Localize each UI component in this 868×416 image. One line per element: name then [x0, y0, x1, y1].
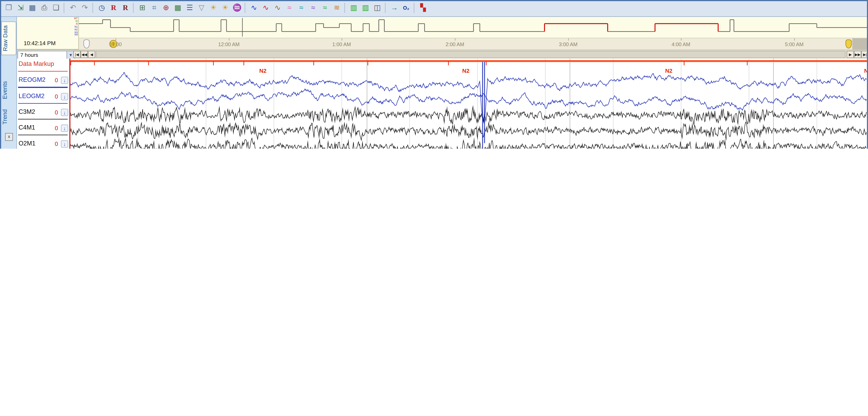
- arrow-segment-icon[interactable]: →: [389, 2, 400, 14]
- scrollbar-track[interactable]: [96, 51, 845, 58]
- channel-label: O2M1: [19, 140, 35, 147]
- wave-teal-icon[interactable]: ≈: [296, 2, 307, 14]
- overview-range-value: 7 hours: [20, 52, 38, 58]
- wave-blue-icon[interactable]: ∿: [248, 2, 259, 14]
- channel-label: REOGM2: [19, 76, 45, 83]
- sleep-stage-label: N2: [259, 68, 267, 74]
- hour-tick: [455, 38, 456, 40]
- filter-icon[interactable]: ▽: [196, 2, 207, 14]
- channel-scale-icon[interactable]: ↓: [61, 93, 68, 100]
- channel-underline: [18, 71, 68, 72]
- target-icon[interactable]: ⊕: [161, 2, 171, 14]
- toolbar: ❐⇲▦⎙❏↶↷◷RR⊞⌗⊕▦☰▽☀☀♒∿∿∿≈≈≈≈≋▥▥◫→O₂▚: [0, 0, 868, 17]
- toolbar-separator: [245, 3, 245, 13]
- copy-icon[interactable]: ❏: [51, 2, 61, 14]
- toolbar-separator: [385, 3, 385, 13]
- clock-icon[interactable]: ◷: [96, 2, 107, 14]
- overview-left-panel: MTWRN1N2N3N4 10:42:14 PM: [17, 17, 79, 50]
- spike-red-icon[interactable]: ▚: [418, 2, 429, 14]
- channel-label: LEOGM2: [19, 92, 44, 99]
- stage-axis-label: N4: [74, 34, 78, 37]
- montage-icon[interactable]: ☰: [184, 2, 195, 14]
- burst-icon[interactable]: ◫: [372, 2, 383, 14]
- nav-next-button[interactable]: ▶: [847, 51, 854, 58]
- channel-row-o2m1[interactable]: O2M10↓: [17, 138, 69, 149]
- hour-label: 12:00 AM: [218, 42, 240, 47]
- channel-label: Data Markup: [19, 60, 54, 67]
- workspace-tab-label[interactable]: DIAGNOSTIC: [1, 142, 15, 149]
- signal-icon[interactable]: ♒: [232, 2, 243, 14]
- wave-violet-icon[interactable]: ≈: [308, 2, 318, 14]
- import-data-icon[interactable]: ⇲: [15, 2, 26, 14]
- sleep-stage-label: N2: [864, 68, 867, 74]
- print-icon[interactable]: ⎙: [39, 2, 50, 14]
- hour-tick: [229, 38, 229, 40]
- channel-row-c4m1[interactable]: C4M10↓: [17, 122, 69, 138]
- slider-start-pin-icon[interactable]: [84, 39, 90, 49]
- waveform-area[interactable]: S Arousal10.0 seconds&*Arousal7.0 second…: [70, 59, 867, 149]
- nav-prev-button[interactable]: ◀: [88, 51, 95, 58]
- hour-label: 4:00 AM: [672, 42, 690, 47]
- wave-pink-icon[interactable]: ≈: [284, 2, 295, 14]
- channel-row-reogm2[interactable]: REOGM20↓: [17, 74, 69, 91]
- slider-end-pin-icon[interactable]: [846, 39, 852, 49]
- hypnogram-canvas[interactable]: [79, 17, 868, 38]
- nav-first-button[interactable]: |◀: [73, 51, 81, 58]
- report-alt-icon[interactable]: R: [120, 2, 131, 14]
- close-workspace-button[interactable]: x: [5, 133, 13, 141]
- wave-brown-icon[interactable]: ∿: [272, 2, 283, 14]
- report-icon[interactable]: R: [108, 2, 119, 14]
- wave-green-icon[interactable]: ≈: [320, 2, 330, 14]
- wave-red-icon[interactable]: ∿: [260, 2, 271, 14]
- hour-tick: [681, 38, 682, 40]
- overview-nav-row: 7 hours ▼ |◀◀◀◀▶▶▶▶|: [17, 50, 868, 59]
- hour-label: 2:00 AM: [445, 42, 464, 47]
- sleep-stage-label: N2: [665, 68, 672, 74]
- grid-epoch-icon[interactable]: ▥: [348, 2, 359, 14]
- channel-scale-icon[interactable]: ↓: [61, 109, 68, 116]
- lightbulb-alt-icon[interactable]: ☀: [220, 2, 230, 14]
- save-icon[interactable]: ▦: [27, 2, 38, 14]
- hypnogram-strip[interactable]: [79, 17, 868, 38]
- tab-events[interactable]: Events: [1, 78, 15, 102]
- hour-tick: [342, 38, 342, 40]
- channel-scale-icon[interactable]: ↓: [61, 125, 68, 132]
- lightbulb-icon[interactable]: ☀: [208, 2, 219, 14]
- channel-underline: [18, 87, 68, 88]
- nav-next-page-button[interactable]: ▶▶: [854, 51, 861, 58]
- sleep-stage-label: N2: [462, 68, 470, 74]
- tab-raw-data[interactable]: Raw Data: [1, 21, 17, 55]
- left-tab-strip: Raw DataEventsTrendxDIAGNOSTIC: [0, 17, 17, 149]
- channel-row-leogm2[interactable]: LEOGM20↓: [17, 91, 69, 106]
- recording-start-time: 10:42:14 PM: [24, 40, 56, 46]
- toolbar-separator: [414, 3, 414, 13]
- channel-underline: [18, 119, 68, 120]
- channel-underline: [18, 135, 68, 135]
- o2-icon[interactable]: O₂: [401, 2, 411, 14]
- channel-row-c3m2[interactable]: C3M20↓: [17, 106, 69, 122]
- open-record-icon[interactable]: ❐: [3, 2, 14, 14]
- channel-value: 0: [55, 77, 58, 84]
- toolbar-separator: [133, 3, 134, 13]
- hour-label: 3:00 AM: [559, 42, 578, 47]
- channel-scale-icon[interactable]: ↓: [61, 77, 68, 84]
- grid-epoch-alt-icon[interactable]: ▥: [360, 2, 371, 14]
- nav-last-button[interactable]: ▶|: [861, 51, 868, 58]
- tab-trend[interactable]: Trend: [1, 106, 15, 127]
- wave-multi-icon[interactable]: ≋: [332, 2, 342, 14]
- undo-icon[interactable]: ↶: [68, 2, 79, 14]
- redo-icon[interactable]: ↷: [80, 2, 90, 14]
- overview-range-select[interactable]: 7 hours ▼: [18, 51, 75, 59]
- psg-application-window: ❐⇲▦⎙❏↶↷◷RR⊞⌗⊕▦☰▽☀☀♒∿∿∿≈≈≈≈≋▥▥◫→O₂▚ Raw D…: [0, 0, 868, 149]
- table-icon[interactable]: ▦: [173, 2, 183, 14]
- channel-value: 0: [55, 125, 58, 132]
- channel-label: C4M1: [19, 124, 35, 131]
- toolbar-separator: [93, 3, 93, 13]
- stage-axis-labels: MTWRN1N2N3N4: [74, 18, 78, 37]
- nav-prev-page-button[interactable]: ◀◀: [81, 51, 88, 58]
- calipers-icon[interactable]: ⌗: [149, 2, 159, 14]
- channel-scale-icon[interactable]: ↓: [61, 140, 68, 148]
- overview-time-slider[interactable]: ☺ 11:0012:00 AM1:00 AM2:00 AM3:00 AM4:00…: [79, 38, 868, 50]
- channel-row-data-markup[interactable]: Data Markup: [17, 59, 69, 74]
- ruler-icon[interactable]: ⊞: [137, 2, 148, 14]
